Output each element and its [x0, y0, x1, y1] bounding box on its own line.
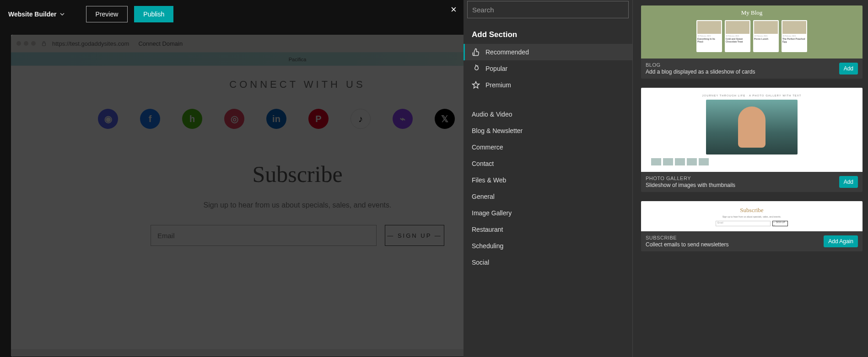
- brand-menu[interactable]: Website Builder: [5, 7, 69, 21]
- section-card-blog: My Blog10 Febrero 2021Everything In Its …: [641, 5, 863, 79]
- add-section-button[interactable]: Add Again: [824, 235, 858, 247]
- card-description: Slideshow of images with thumbnails: [646, 182, 735, 188]
- panel-cards: My Blog10 Febrero 2021Everything In Its …: [633, 0, 868, 357]
- preview-email: Email: [716, 221, 771, 226]
- brand-label: Website Builder: [8, 11, 57, 18]
- chevron-down-icon: [59, 11, 65, 17]
- blog-post-preview: 10 Febrero 2021Cold and Sweet Chocolate …: [725, 20, 750, 52]
- section-card-photo-gallery: JOURNEY THROUGH LIFE · A PHOTO GALLERY W…: [641, 88, 863, 192]
- card-category: PHOTO GALLERY: [646, 176, 735, 181]
- category-commerce[interactable]: Commerce: [464, 139, 632, 155]
- panel-heading: Add Section: [464, 24, 632, 44]
- category-blog-newsletter[interactable]: Blog & Newsletter: [464, 123, 632, 139]
- filter-recommended[interactable]: Recommended: [464, 44, 632, 60]
- preview-title: My Blog: [741, 9, 763, 16]
- card-preview: JOURNEY THROUGH LIFE · A PHOTO GALLERY W…: [641, 88, 863, 172]
- filter-list: RecommendedPopularPremium: [464, 44, 632, 93]
- card-description: Collect emails to send newsletters: [646, 241, 728, 248]
- add-section-panel: Add Section RecommendedPopularPremium Au…: [464, 0, 868, 357]
- panel-sidebar: Add Section RecommendedPopularPremium Au…: [464, 0, 633, 357]
- close-icon[interactable]: ×: [451, 4, 457, 16]
- blog-post-preview: 10 Febrero 2021Picnic Lunch: [753, 20, 779, 52]
- category-scheduling[interactable]: Scheduling: [464, 238, 632, 254]
- filter-label: Recommended: [485, 48, 529, 56]
- category-contact[interactable]: Contact: [464, 155, 632, 172]
- category-image-gallery[interactable]: Image Gallery: [464, 205, 632, 221]
- category-restaurant[interactable]: Restaurant: [464, 221, 632, 238]
- category-audio-video[interactable]: Audio & Video: [464, 106, 632, 123]
- preview-button[interactable]: Preview: [86, 6, 128, 22]
- preview-copy: Sign up to hear from us about specials, …: [722, 215, 781, 218]
- filter-premium[interactable]: Premium: [464, 77, 632, 93]
- card-footer: PHOTO GALLERYSlideshow of images with th…: [641, 172, 863, 192]
- card-preview: SubscribeSign up to hear from us about s…: [641, 201, 863, 231]
- blog-post-preview: 10 Febrero 2021The Perfect Poached Egg: [782, 20, 807, 52]
- publish-button[interactable]: Publish: [134, 6, 173, 22]
- filter-popular[interactable]: Popular: [464, 60, 632, 77]
- category-social[interactable]: Social: [464, 254, 632, 271]
- filter-label: Premium: [485, 81, 511, 89]
- flame-icon: [472, 64, 480, 73]
- category-list: Audio & VideoBlog & NewsletterCommerceCo…: [464, 106, 632, 271]
- star-icon: [472, 81, 480, 89]
- thumbs-up-icon: [472, 48, 480, 56]
- search-input[interactable]: [467, 1, 629, 18]
- preview-signup: — SIGN UP —: [772, 221, 788, 226]
- card-preview: My Blog10 Febrero 2021Everything In Its …: [641, 5, 863, 59]
- card-description: Add a blog displayed as a slideshow of c…: [646, 69, 755, 75]
- card-category: SUBSCRIBE: [646, 235, 728, 240]
- add-section-button[interactable]: Add: [839, 176, 858, 188]
- section-card-subscribe: SubscribeSign up to hear from us about s…: [641, 201, 863, 251]
- preview-title: JOURNEY THROUGH LIFE · A PHOTO GALLERY W…: [702, 94, 801, 97]
- blog-post-preview: 10 Febrero 2021Everything In Its Place: [696, 20, 722, 52]
- preview-title: Subscribe: [740, 207, 763, 214]
- card-footer: SUBSCRIBECollect emails to send newslett…: [641, 231, 863, 251]
- category-files-web[interactable]: Files & Web: [464, 172, 632, 188]
- add-section-button[interactable]: Add: [839, 63, 858, 75]
- card-category: BLOG: [646, 62, 755, 68]
- category-general[interactable]: General: [464, 188, 632, 205]
- card-footer: BLOGAdd a blog displayed as a slideshow …: [641, 59, 863, 79]
- filter-label: Popular: [485, 65, 507, 72]
